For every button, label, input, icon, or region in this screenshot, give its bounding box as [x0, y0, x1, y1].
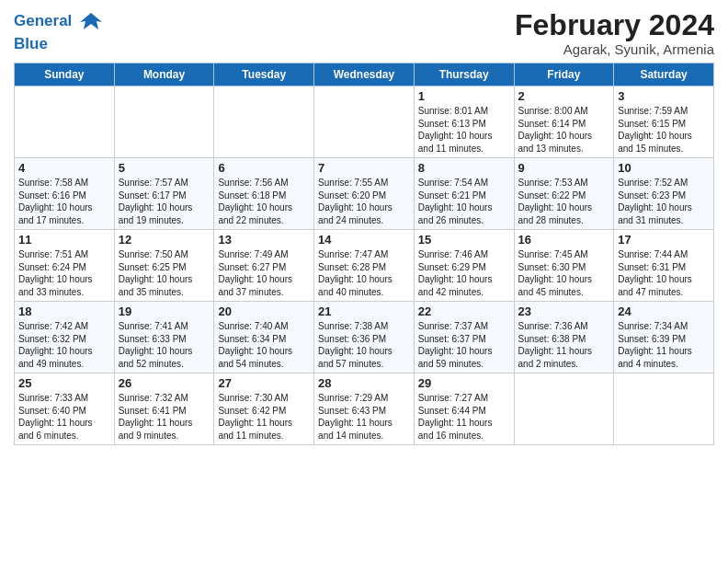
logo-bird-icon — [78, 9, 104, 35]
day-number: 11 — [18, 233, 110, 247]
calendar-subtitle: Agarak, Syunik, Armenia — [515, 41, 714, 57]
day-number: 17 — [618, 233, 710, 247]
calendar-cell — [314, 86, 415, 158]
calendar-title: February 2024 — [515, 9, 714, 41]
calendar-cell: 9Sunrise: 7:53 AM Sunset: 6:22 PM Daylig… — [514, 158, 614, 230]
day-info: Sunrise: 7:58 AM Sunset: 6:16 PM Dayligh… — [18, 177, 110, 226]
calendar-cell: 28Sunrise: 7:29 AM Sunset: 6:43 PM Dayli… — [314, 373, 415, 445]
calendar-cell — [214, 86, 314, 158]
day-info: Sunrise: 7:44 AM Sunset: 6:31 PM Dayligh… — [618, 248, 710, 298]
day-info: Sunrise: 7:41 AM Sunset: 6:33 PM Dayligh… — [119, 320, 210, 370]
day-info: Sunrise: 7:50 AM Sunset: 6:25 PM Dayligh… — [119, 248, 210, 298]
calendar-cell: 10Sunrise: 7:52 AM Sunset: 6:23 PM Dayli… — [614, 158, 714, 230]
day-header-thursday: Thursday — [414, 63, 514, 86]
week-row-2: 4Sunrise: 7:58 AM Sunset: 6:16 PM Daylig… — [15, 158, 714, 230]
day-number: 5 — [119, 161, 210, 175]
day-number: 3 — [618, 89, 710, 103]
calendar-cell: 8Sunrise: 7:54 AM Sunset: 6:21 PM Daylig… — [414, 158, 514, 230]
day-header-friday: Friday — [514, 63, 614, 86]
calendar-cell: 6Sunrise: 7:56 AM Sunset: 6:18 PM Daylig… — [214, 158, 314, 230]
day-info: Sunrise: 7:30 AM Sunset: 6:42 PM Dayligh… — [218, 392, 310, 442]
day-number: 18 — [18, 304, 110, 318]
day-number: 19 — [119, 304, 210, 318]
logo-general: General — [14, 12, 72, 29]
day-number: 10 — [618, 161, 710, 175]
calendar-cell: 13Sunrise: 7:49 AM Sunset: 6:27 PM Dayli… — [214, 230, 314, 302]
calendar-cell: 18Sunrise: 7:42 AM Sunset: 6:32 PM Dayli… — [15, 302, 115, 373]
day-number: 13 — [218, 233, 310, 247]
day-number: 8 — [418, 161, 510, 175]
calendar-cell — [614, 373, 714, 445]
day-number: 22 — [418, 304, 510, 318]
week-row-1: 1Sunrise: 8:01 AM Sunset: 6:13 PM Daylig… — [15, 86, 714, 158]
calendar-cell: 21Sunrise: 7:38 AM Sunset: 6:36 PM Dayli… — [314, 302, 415, 373]
day-header-sunday: Sunday — [15, 63, 115, 86]
day-info: Sunrise: 7:37 AM Sunset: 6:37 PM Dayligh… — [418, 320, 510, 370]
calendar-cell: 24Sunrise: 7:34 AM Sunset: 6:39 PM Dayli… — [614, 302, 714, 373]
calendar-table: SundayMondayTuesdayWednesdayThursdayFrid… — [14, 63, 714, 445]
week-row-4: 18Sunrise: 7:42 AM Sunset: 6:32 PM Dayli… — [15, 302, 714, 373]
calendar-cell: 7Sunrise: 7:55 AM Sunset: 6:20 PM Daylig… — [314, 158, 415, 230]
calendar-cell: 15Sunrise: 7:46 AM Sunset: 6:29 PM Dayli… — [414, 230, 514, 302]
day-header-wednesday: Wednesday — [314, 63, 415, 86]
calendar-header-row: SundayMondayTuesdayWednesdayThursdayFrid… — [15, 63, 714, 86]
calendar-cell — [114, 86, 214, 158]
day-info: Sunrise: 7:47 AM Sunset: 6:28 PM Dayligh… — [318, 248, 410, 298]
day-number: 21 — [318, 304, 410, 318]
calendar-cell: 12Sunrise: 7:50 AM Sunset: 6:25 PM Dayli… — [114, 230, 214, 302]
calendar-cell: 19Sunrise: 7:41 AM Sunset: 6:33 PM Dayli… — [114, 302, 214, 373]
day-info: Sunrise: 8:01 AM Sunset: 6:13 PM Dayligh… — [418, 105, 510, 155]
calendar-cell: 26Sunrise: 7:32 AM Sunset: 6:41 PM Dayli… — [114, 373, 214, 445]
day-info: Sunrise: 7:46 AM Sunset: 6:29 PM Dayligh… — [418, 248, 510, 298]
calendar-cell: 20Sunrise: 7:40 AM Sunset: 6:34 PM Dayli… — [214, 302, 314, 373]
week-row-3: 11Sunrise: 7:51 AM Sunset: 6:24 PM Dayli… — [15, 230, 714, 302]
header: General Blue February 2024 Agarak, Syuni… — [14, 9, 714, 57]
day-number: 7 — [318, 161, 410, 175]
calendar-cell: 16Sunrise: 7:45 AM Sunset: 6:30 PM Dayli… — [514, 230, 614, 302]
day-info: Sunrise: 8:00 AM Sunset: 6:14 PM Dayligh… — [518, 105, 610, 155]
calendar-cell — [514, 373, 614, 445]
calendar-cell: 29Sunrise: 7:27 AM Sunset: 6:44 PM Dayli… — [414, 373, 514, 445]
calendar-cell: 27Sunrise: 7:30 AM Sunset: 6:42 PM Dayli… — [214, 373, 314, 445]
day-info: Sunrise: 7:59 AM Sunset: 6:15 PM Dayligh… — [618, 105, 710, 155]
calendar-cell: 5Sunrise: 7:57 AM Sunset: 6:17 PM Daylig… — [114, 158, 214, 230]
calendar-body: 1Sunrise: 8:01 AM Sunset: 6:13 PM Daylig… — [15, 86, 714, 445]
day-number: 24 — [618, 304, 710, 318]
day-number: 6 — [218, 161, 310, 175]
calendar-cell: 4Sunrise: 7:58 AM Sunset: 6:16 PM Daylig… — [15, 158, 115, 230]
logo-blue: Blue — [14, 35, 104, 53]
day-info: Sunrise: 7:54 AM Sunset: 6:21 PM Dayligh… — [418, 177, 510, 226]
day-info: Sunrise: 7:57 AM Sunset: 6:17 PM Dayligh… — [119, 177, 210, 226]
day-info: Sunrise: 7:45 AM Sunset: 6:30 PM Dayligh… — [518, 248, 610, 298]
calendar-cell: 22Sunrise: 7:37 AM Sunset: 6:37 PM Dayli… — [414, 302, 514, 373]
day-info: Sunrise: 7:29 AM Sunset: 6:43 PM Dayligh… — [318, 392, 410, 442]
calendar-cell — [15, 86, 115, 158]
day-number: 15 — [418, 233, 510, 247]
day-info: Sunrise: 7:36 AM Sunset: 6:38 PM Dayligh… — [518, 320, 610, 370]
day-info: Sunrise: 7:40 AM Sunset: 6:34 PM Dayligh… — [218, 320, 310, 370]
day-info: Sunrise: 7:32 AM Sunset: 6:41 PM Dayligh… — [119, 392, 210, 442]
calendar-cell: 17Sunrise: 7:44 AM Sunset: 6:31 PM Dayli… — [614, 230, 714, 302]
day-info: Sunrise: 7:53 AM Sunset: 6:22 PM Dayligh… — [518, 177, 610, 226]
day-info: Sunrise: 7:55 AM Sunset: 6:20 PM Dayligh… — [318, 177, 410, 226]
day-info: Sunrise: 7:27 AM Sunset: 6:44 PM Dayligh… — [418, 392, 510, 442]
day-info: Sunrise: 7:51 AM Sunset: 6:24 PM Dayligh… — [18, 248, 110, 298]
svg-marker-0 — [80, 13, 102, 29]
day-number: 1 — [418, 89, 510, 103]
day-number: 12 — [119, 233, 210, 247]
day-header-monday: Monday — [114, 63, 214, 86]
day-info: Sunrise: 7:49 AM Sunset: 6:27 PM Dayligh… — [218, 248, 310, 298]
calendar-cell: 1Sunrise: 8:01 AM Sunset: 6:13 PM Daylig… — [414, 86, 514, 158]
calendar-cell: 23Sunrise: 7:36 AM Sunset: 6:38 PM Dayli… — [514, 302, 614, 373]
day-number: 28 — [318, 376, 410, 390]
logo: General Blue — [14, 9, 104, 53]
day-info: Sunrise: 7:38 AM Sunset: 6:36 PM Dayligh… — [318, 320, 410, 370]
day-number: 29 — [418, 376, 510, 390]
calendar-cell: 11Sunrise: 7:51 AM Sunset: 6:24 PM Dayli… — [15, 230, 115, 302]
calendar-cell: 3Sunrise: 7:59 AM Sunset: 6:15 PM Daylig… — [614, 86, 714, 158]
day-number: 9 — [518, 161, 610, 175]
calendar-cell: 14Sunrise: 7:47 AM Sunset: 6:28 PM Dayli… — [314, 230, 415, 302]
day-number: 14 — [318, 233, 410, 247]
day-number: 27 — [218, 376, 310, 390]
calendar-page: General Blue February 2024 Agarak, Syuni… — [0, 0, 728, 563]
